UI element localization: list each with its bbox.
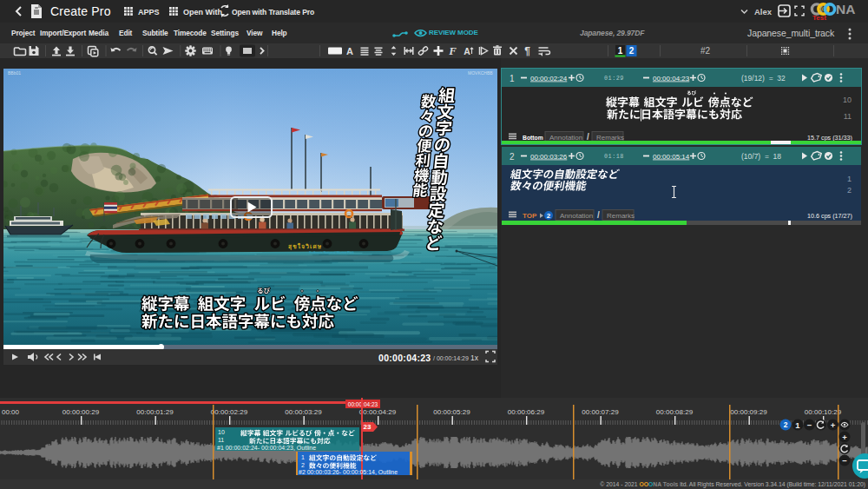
svg-text:MOVKCHBB: MOVKCHBB [468,70,493,76]
svg-text:สุขใจวิเศษ: สุขใจวิเศษ [288,242,322,250]
svg-text:(10/7) = 18: (10/7) = 18 [741,152,781,161]
svg-text:/: / [597,210,600,220]
svg-text:Annotation: Annotation [560,212,593,220]
svg-text:Sailboats National Marine Park: Sailboats National Marine Park [309,251,354,254]
svg-text:2: 2 [784,420,788,429]
svg-text:2: 2 [847,186,852,195]
svg-text:00:00:03:26: 00:00:03:26 [530,153,568,161]
svg-text:00:00:04:23: 00:00:04:23 [653,75,690,83]
svg-text:Test: Test [812,14,826,22]
svg-text:#2 00:00:03:26- 00:00:05:14, O: #2 00:00:03:26- 00:00:05:14, Outline [299,469,398,475]
svg-text:00:00:05:14: 00:00:05:14 [653,153,690,161]
svg-text:A: A [464,46,470,56]
svg-text:00:00:02:24: 00:00:02:24 [530,75,568,83]
svg-text:11: 11 [218,437,224,443]
svg-text:11: 11 [844,112,852,121]
svg-text:NA: NA [836,2,855,17]
svg-text:BBb01: BBb01 [8,70,21,76]
svg-text:−: − [807,420,812,430]
svg-text:TOP: TOP [523,212,537,220]
svg-text:1: 1 [847,175,852,183]
svg-text:F: F [448,44,457,57]
svg-text:+: + [831,420,836,430]
svg-text:Bottom: Bottom [523,135,543,141]
svg-text:2: 2 [629,46,635,56]
svg-text:2: 2 [301,462,305,468]
svg-text:#1 00:00:02:24- 00:00:04:23, O: #1 00:00:02:24- 00:00:04:23, Outline [217,445,316,451]
svg-text:−: − [842,456,847,466]
svg-text:1: 1 [795,420,800,430]
svg-text:Remarks: Remarks [607,212,635,220]
svg-text:10: 10 [843,96,852,104]
svg-text:01:29: 01:29 [604,75,624,82]
svg-text:+: + [842,433,847,442]
svg-text:A: A [346,46,353,56]
svg-text:(19/12) = 32: (19/12) = 32 [741,74,786,83]
svg-text:#2: #2 [700,46,711,56]
svg-text:1: 1 [618,46,623,56]
svg-text:10.6 cps (17/27): 10.6 cps (17/27) [807,212,852,220]
svg-text:1: 1 [301,454,305,460]
svg-text:1: 1 [510,74,515,83]
svg-text:2: 2 [547,212,551,220]
svg-text:2: 2 [510,152,515,162]
svg-text:01:18: 01:18 [604,153,624,160]
svg-text:10: 10 [218,429,225,435]
svg-text:¶: ¶ [524,45,530,57]
